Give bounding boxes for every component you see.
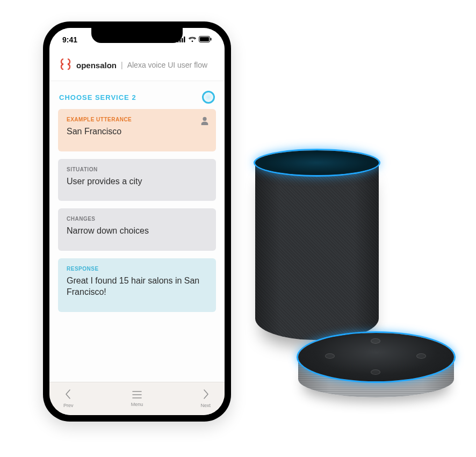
card-situation[interactable]: SITUATION User provides a city [58,159,216,201]
status-time: 9:41 [62,35,77,44]
status-indicators [177,35,212,44]
brand-name: opensalon [76,61,117,70]
nav-next-label: Next [200,403,211,408]
svg-rect-2 [182,38,183,42]
card-label-utterance: EXAMPLE UTTERANCE [67,117,207,122]
opensalon-logo-icon [59,57,72,73]
nav-prev-label: Prev [63,403,74,408]
echo-light-ring [255,150,379,175]
nav-next[interactable]: Next [200,388,211,408]
card-example-utterance[interactable]: EXAMPLE UTTERANCE San Francisco [58,109,216,151]
amazon-echo-dot-device [298,333,459,408]
echo-dot-button [371,369,380,375]
echo-dot-button [325,353,335,359]
chevron-right-icon [201,388,210,402]
card-label-changes: CHANGES [67,216,207,222]
section-title: CHOOSE SERVICE 2 [59,93,136,101]
bottom-nav: Prev Menu Next [49,382,225,415]
nav-menu[interactable]: Menu [131,390,143,407]
echo-dot-button [416,353,426,359]
wifi-icon [188,35,197,44]
card-label-situation: SITUATION [67,166,207,172]
header-subtitle: Alexa voice UI user flow [127,61,207,69]
nav-menu-label: Menu [131,402,143,407]
nav-prev[interactable]: Prev [63,388,74,408]
header-divider: | [121,61,123,69]
card-body-situation: User provides a city [67,176,207,187]
alexa-ring-icon[interactable] [202,91,215,104]
chevron-left-icon [64,388,73,402]
notch [91,28,183,43]
battery-icon [199,35,212,44]
app-header: opensalon | Alexa voice UI user flow [49,52,225,81]
card-label-response: RESPONSE [67,266,207,272]
svg-rect-3 [184,37,185,42]
card-body-changes: Narrow down choices [67,225,207,237]
phone-frame: 9:41 opensalon | Alexa voice UI user flo… [43,21,231,422]
menu-icon [132,390,142,401]
echo-dot-top [298,333,454,381]
phone-screen: 9:41 opensalon | Alexa voice UI user flo… [49,28,225,415]
content-area[interactable]: CHOOSE SERVICE 2 EXAMPLE UTTERANCE San F… [49,81,225,382]
card-body-utterance: San Francisco [67,126,207,137]
amazon-echo-device [253,150,381,349]
svg-rect-5 [200,37,209,41]
card-response[interactable]: RESPONSE Great I found 15 hair salons in… [58,258,216,312]
echo-body [255,163,379,340]
card-changes[interactable]: CHANGES Narrow down choices [58,208,216,251]
echo-dot-button [371,338,380,344]
card-body-response: Great I found 15 hair salons in San Fran… [67,275,207,298]
svg-rect-6 [211,38,212,41]
section-title-row: CHOOSE SERVICE 2 [58,86,216,109]
person-icon [201,117,208,127]
